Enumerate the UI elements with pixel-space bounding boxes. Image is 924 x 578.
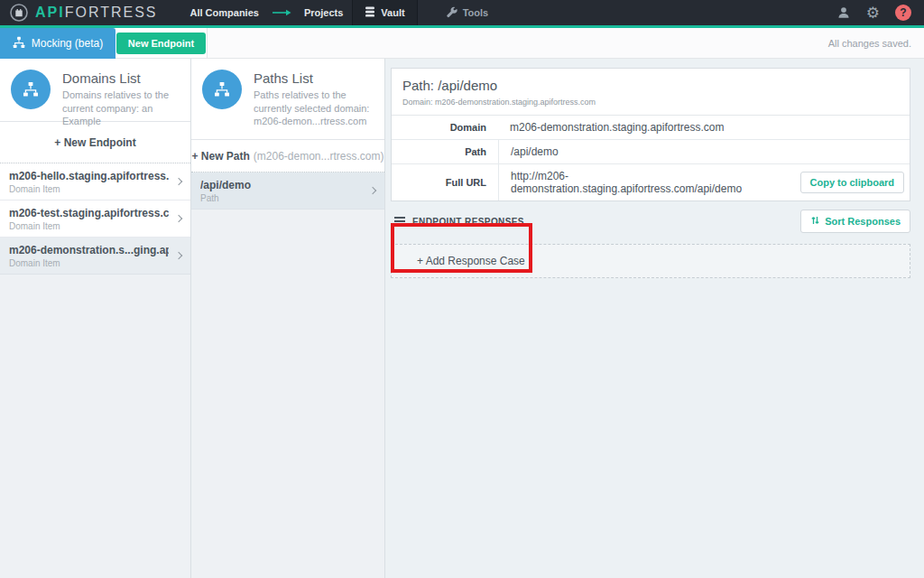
- paths-list-subtitle: Paths relatives to the currently selecte…: [254, 89, 375, 128]
- database-icon: [365, 6, 375, 20]
- domain-item-hello[interactable]: m206-hello.staging.apifortress.com Domai…: [0, 163, 190, 200]
- nav-tools[interactable]: Tools: [434, 0, 501, 25]
- endpoint-responses-heading: ENDPOINT RESPONSES: [391, 217, 524, 227]
- sitemap-icon: [13, 36, 25, 51]
- path-detail-card: Path: /api/demo Domain: m206-demonstrati…: [391, 68, 910, 201]
- toolbar-status-area: All changes saved.: [208, 28, 924, 59]
- logo-wordmark: API FORTRESS: [35, 5, 158, 21]
- chevron-right-icon: [369, 187, 376, 194]
- domain-item-type: Domain Item: [9, 258, 169, 268]
- top-navbar: API FORTRESS All Companies Projects: [0, 0, 924, 28]
- help-button[interactable]: ?: [895, 5, 911, 21]
- new-endpoint-row-label: + New Endpoint: [54, 136, 135, 149]
- new-path-row[interactable]: + New Path (m206-demon...rtress.com): [191, 140, 384, 172]
- wrench-icon: [446, 6, 457, 20]
- path-row-label: Path: [392, 146, 498, 157]
- path-row: Path /api/demo: [392, 140, 910, 164]
- add-response-case-button[interactable]: + Add Response Case: [391, 244, 910, 278]
- nav-all-companies[interactable]: All Companies: [181, 0, 268, 25]
- main-navigation: All Companies Projects Vault: [181, 0, 501, 25]
- domains-list-title: Domains List: [62, 70, 181, 86]
- path-item-api-demo[interactable]: /api/demo Path: [191, 172, 384, 210]
- path-input[interactable]: /api/demo: [498, 140, 910, 163]
- gear-icon[interactable]: ⚙: [866, 5, 880, 21]
- path-item-type: Path: [200, 193, 363, 203]
- logo-api-text: API: [35, 5, 65, 21]
- toolbar: Mocking (beta) New Endpoint All changes …: [0, 28, 924, 59]
- chevron-right-icon: [175, 215, 182, 222]
- path-item-name: /api/demo: [200, 179, 363, 191]
- nav-projects[interactable]: Projects: [295, 0, 352, 25]
- full-url-row: Full URL http://m206-demonstration.stagi…: [392, 164, 910, 200]
- new-endpoint-button[interactable]: New Endpoint: [116, 33, 206, 54]
- domains-sitemap-icon: [11, 70, 51, 109]
- apifortress-app: API FORTRESS All Companies Projects: [0, 0, 924, 578]
- new-path-domain-hint: (m206-demon...rtress.com): [254, 150, 384, 163]
- domain-row-value: m206-demonstration.staging.apifortress.c…: [498, 116, 910, 139]
- domain-item-demonstration[interactable]: m206-demonstration.s...ging.apifortress.…: [0, 238, 190, 275]
- full-url-value: http://m206-demonstration.staging.apifor…: [498, 164, 791, 200]
- paths-list-header: Paths List Paths relatives to the curren…: [191, 59, 384, 140]
- logo-fortress-text: FORTRESS: [65, 5, 158, 21]
- tab-mocking[interactable]: Mocking (beta): [0, 28, 116, 59]
- paths-list-title: Paths List: [254, 70, 375, 86]
- domain-item-name: m206-test.staging.apifortress.com: [9, 207, 169, 219]
- endpoint-responses-bar: ENDPOINT RESPONSES Sort Responses: [391, 210, 910, 233]
- add-response-case-label: + Add Response Case: [417, 255, 525, 267]
- endpoint-responses-title: ENDPOINT RESPONSES: [412, 217, 524, 227]
- domain-row-label: Domain: [392, 122, 498, 133]
- new-endpoint-row[interactable]: + New Endpoint: [0, 122, 190, 163]
- nav-vault-label: Vault: [381, 7, 404, 18]
- full-url-row-label: Full URL: [392, 177, 498, 188]
- path-detail-header: Path: /api/demo Domain: m206-demonstrati…: [392, 69, 910, 116]
- domain-row: Domain m206-demonstration.staging.apifor…: [392, 116, 910, 140]
- domain-item-name: m206-demonstration.s...ging.apifortress.…: [9, 244, 169, 256]
- path-detail-panel: Path: /api/demo Domain: m206-demonstrati…: [385, 59, 924, 578]
- domain-item-type: Domain Item: [9, 221, 169, 231]
- domain-item-test[interactable]: m206-test.staging.apifortress.com Domain…: [0, 200, 190, 238]
- domains-list-header: Domains List Domains relatives to the cu…: [0, 59, 190, 122]
- paths-sitemap-icon: [202, 70, 242, 109]
- fortress-logo-icon: [9, 3, 29, 23]
- chevron-right-icon: [175, 178, 182, 185]
- copy-to-clipboard-button[interactable]: Copy to clipboard: [800, 172, 905, 193]
- list-icon: [394, 217, 405, 226]
- apifortress-logo: API FORTRESS: [9, 3, 158, 23]
- arrow-right-icon: [272, 9, 291, 16]
- sort-arrows-icon: [810, 215, 820, 228]
- navbar-right-actions: ⚙ ?: [836, 5, 911, 21]
- domains-list-panel: Domains List Domains relatives to the cu…: [0, 59, 191, 578]
- domain-item-name: m206-hello.staging.apifortress.com: [9, 170, 169, 182]
- path-detail-title: Path: /api/demo: [402, 78, 899, 93]
- nav-tools-label: Tools: [463, 7, 489, 18]
- main-content: Domains List Domains relatives to the cu…: [0, 59, 924, 578]
- toolbar-button-area: New Endpoint: [116, 28, 208, 59]
- paths-list-panel: Paths List Paths relatives to the curren…: [191, 59, 385, 578]
- tab-mocking-label: Mocking (beta): [32, 37, 103, 50]
- save-status-text: All changes saved.: [828, 38, 911, 49]
- sort-responses-label: Sort Responses: [825, 216, 901, 227]
- sort-responses-button[interactable]: Sort Responses: [800, 210, 910, 233]
- new-path-label: + New Path: [191, 150, 249, 163]
- nav-vault[interactable]: Vault: [352, 0, 417, 25]
- domain-item-type: Domain Item: [9, 184, 169, 194]
- chevron-right-icon: [175, 252, 182, 259]
- domains-list-subtitle: Domains relatives to the current company…: [62, 89, 181, 128]
- user-icon[interactable]: [836, 5, 851, 20]
- path-detail-domain: Domain: m206-demonstration.staging.apifo…: [402, 98, 899, 107]
